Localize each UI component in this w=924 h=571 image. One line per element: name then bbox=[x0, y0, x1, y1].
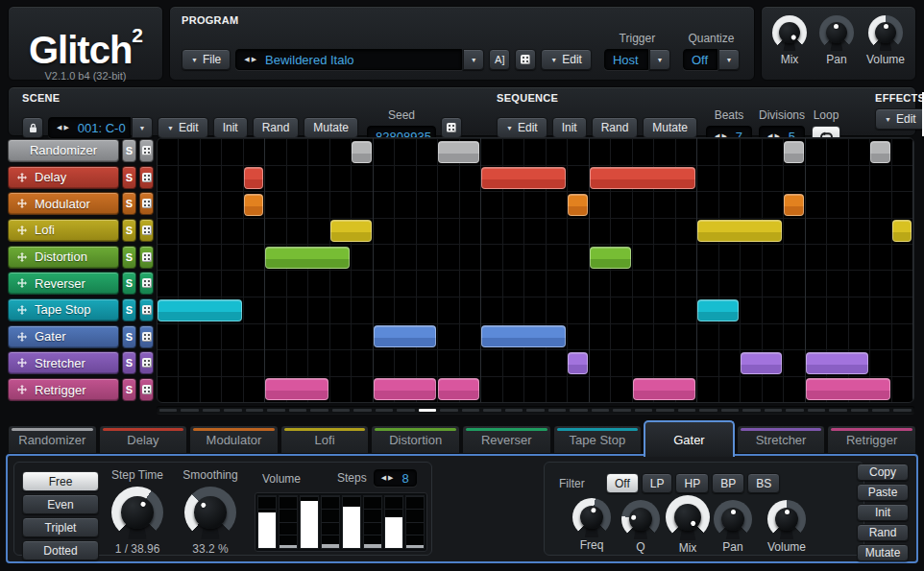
volume-step-slider[interactable] bbox=[363, 495, 382, 549]
move-handle-icon[interactable] bbox=[17, 252, 27, 262]
file-menu-button[interactable]: ▼File bbox=[182, 49, 231, 70]
sequence-init-button[interactable]: Init bbox=[552, 117, 587, 138]
seq-block-randomizer[interactable] bbox=[870, 141, 889, 163]
seq-block-gater[interactable] bbox=[481, 325, 566, 347]
program-dropdown-button[interactable]: ▼ bbox=[463, 49, 484, 70]
tab-distortion[interactable]: Distortion bbox=[371, 425, 460, 454]
seq-block-randomizer[interactable] bbox=[784, 141, 803, 163]
move-handle-icon[interactable] bbox=[17, 278, 27, 288]
quantize-dropdown-button[interactable]: ▼ bbox=[718, 49, 740, 70]
seq-block-modulator[interactable] bbox=[784, 194, 803, 216]
smoothing-knob[interactable] bbox=[184, 487, 236, 538]
random-seed-button[interactable] bbox=[441, 117, 462, 138]
randomize-button-distortion[interactable] bbox=[139, 246, 154, 269]
filter-pan-knob[interactable] bbox=[714, 500, 752, 538]
tab-stretcher[interactable]: Stretcher bbox=[737, 425, 826, 454]
solo-button-lofi[interactable]: S bbox=[122, 219, 136, 242]
mode-free-button[interactable]: Free bbox=[22, 471, 99, 491]
seq-block-gater[interactable] bbox=[374, 325, 436, 347]
track-plate-tape-stop[interactable]: Tape Stop bbox=[8, 298, 119, 321]
volume-step-slider[interactable] bbox=[279, 495, 298, 549]
tab-tape-stop[interactable]: Tape Stop bbox=[553, 425, 643, 454]
scene-dropdown-button[interactable]: ▼ bbox=[132, 117, 153, 138]
seq-block-stretcher[interactable] bbox=[568, 352, 587, 374]
seq-block-tape-stop[interactable] bbox=[697, 299, 739, 321]
quantize-selector[interactable]: Off bbox=[683, 49, 717, 70]
seq-block-lofi[interactable] bbox=[697, 220, 782, 242]
move-handle-icon[interactable] bbox=[17, 385, 27, 394]
seq-block-modulator[interactable] bbox=[568, 194, 587, 216]
move-handle-icon[interactable] bbox=[17, 358, 27, 368]
mode-even-button[interactable]: Even bbox=[22, 494, 99, 514]
randomize-button-stretcher[interactable] bbox=[139, 351, 154, 374]
move-handle-icon[interactable] bbox=[17, 226, 27, 235]
scene-lock-button[interactable] bbox=[22, 117, 43, 138]
seq-block-delay[interactable] bbox=[590, 167, 695, 189]
sequence-mutate-button[interactable]: Mutate bbox=[643, 117, 697, 138]
move-handle-icon[interactable] bbox=[17, 332, 27, 342]
rename-program-button[interactable]: A] bbox=[489, 49, 510, 70]
seq-block-retrigger[interactable] bbox=[806, 378, 890, 400]
seq-block-randomizer[interactable] bbox=[352, 141, 371, 163]
move-handle-icon[interactable] bbox=[17, 305, 27, 315]
volume-step-slider[interactable] bbox=[300, 495, 319, 549]
track-plate-reverser[interactable]: Reverser bbox=[8, 272, 119, 295]
solo-button-tape-stop[interactable]: S bbox=[122, 298, 136, 321]
solo-button-distortion[interactable]: S bbox=[122, 246, 136, 269]
track-plate-gater[interactable]: Gater bbox=[8, 325, 119, 348]
tab-modulator[interactable]: Modulator bbox=[189, 425, 279, 454]
tab-randomizer[interactable]: Randomizer bbox=[8, 425, 97, 454]
steps-stepper[interactable]: ◀▶ 8 bbox=[374, 469, 417, 487]
track-plate-modulator[interactable]: Modulator bbox=[8, 192, 119, 215]
master-volume-knob[interactable] bbox=[868, 15, 903, 50]
solo-button-gater[interactable]: S bbox=[122, 325, 136, 348]
track-plate-delay[interactable]: Delay bbox=[8, 166, 119, 189]
filter-q-knob[interactable] bbox=[621, 500, 660, 538]
seq-block-delay[interactable] bbox=[244, 167, 263, 189]
random-program-button[interactable] bbox=[515, 49, 536, 70]
filter-mix-knob[interactable] bbox=[666, 495, 710, 539]
mutate-button[interactable]: Mutate bbox=[857, 544, 909, 561]
seq-block-distortion[interactable] bbox=[265, 247, 350, 269]
program-selector[interactable]: ◀▶ Bewildered Italo bbox=[235, 49, 462, 70]
seq-block-distortion[interactable] bbox=[590, 247, 631, 269]
volume-step-slider[interactable] bbox=[342, 495, 361, 549]
program-edit-button[interactable]: ▼Edit bbox=[541, 49, 592, 70]
tab-gater[interactable]: Gater bbox=[644, 420, 735, 457]
track-plate-distortion[interactable]: Distortion bbox=[8, 246, 119, 269]
filter-lp-button[interactable]: LP bbox=[642, 473, 673, 493]
track-plate-retrigger[interactable]: Retrigger bbox=[8, 378, 119, 401]
seq-block-stretcher[interactable] bbox=[806, 352, 868, 374]
track-plate-stretcher[interactable]: Stretcher bbox=[8, 351, 119, 374]
tab-retrigger[interactable]: Retrigger bbox=[827, 425, 916, 454]
seq-block-tape-stop[interactable] bbox=[158, 299, 242, 321]
seq-block-randomizer[interactable] bbox=[438, 141, 479, 163]
move-handle-icon[interactable] bbox=[17, 199, 27, 208]
copy-button[interactable]: Copy bbox=[857, 464, 909, 481]
master-mix-knob[interactable] bbox=[772, 15, 807, 50]
trigger-selector[interactable]: Host bbox=[604, 49, 648, 70]
volume-step-slider[interactable] bbox=[405, 495, 425, 549]
volume-step-slider[interactable] bbox=[257, 495, 277, 549]
volume-step-slider[interactable] bbox=[321, 495, 340, 549]
seq-block-stretcher[interactable] bbox=[741, 352, 782, 374]
seq-block-lofi[interactable] bbox=[892, 220, 912, 242]
sequencer-grid[interactable] bbox=[157, 137, 914, 403]
move-handle-icon[interactable] bbox=[17, 173, 27, 182]
solo-button-randomizer[interactable]: S bbox=[122, 139, 136, 162]
seq-block-retrigger[interactable] bbox=[438, 378, 479, 400]
filter-freq-knob[interactable] bbox=[572, 498, 611, 536]
init-button[interactable]: Init bbox=[857, 504, 909, 521]
filter-bs-button[interactable]: BS bbox=[747, 473, 780, 493]
randomize-button-reverser[interactable] bbox=[139, 272, 154, 295]
tab-reverser[interactable]: Reverser bbox=[462, 425, 551, 454]
volume-step-slider[interactable] bbox=[384, 495, 403, 549]
randomize-button-modulator[interactable] bbox=[139, 192, 154, 215]
filter-bp-button[interactable]: BP bbox=[712, 473, 744, 493]
trigger-dropdown-button[interactable]: ▼ bbox=[649, 49, 670, 70]
solo-button-modulator[interactable]: S bbox=[122, 192, 136, 215]
filter-volume-knob[interactable] bbox=[767, 500, 806, 538]
seq-block-retrigger[interactable] bbox=[374, 378, 436, 400]
seq-block-retrigger[interactable] bbox=[265, 378, 328, 400]
seq-block-lofi[interactable] bbox=[330, 220, 372, 242]
